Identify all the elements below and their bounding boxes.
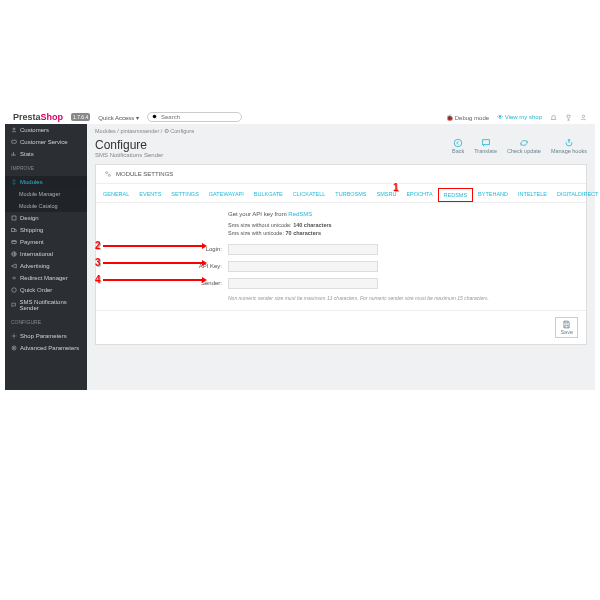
callout-1: 1: [393, 182, 399, 193]
debug-mode[interactable]: 🐞 Debug mode: [446, 114, 489, 121]
api-key-hint: Get your API key from RedSMS: [228, 211, 574, 217]
svg-line-1: [156, 118, 157, 119]
sidebar-section-configure: Configure: [5, 314, 87, 330]
search-icon: [152, 114, 158, 120]
sidebar-section-improve: Improve: [5, 160, 87, 176]
tabs: GENERAL EVENTS SETTINGS GATEWAYAPI BULKG…: [96, 184, 586, 203]
sidebar-redirect-manager[interactable]: Redirect Manager: [5, 272, 87, 284]
sidebar-design[interactable]: Design: [5, 212, 87, 224]
tab-events[interactable]: EVENTS: [134, 188, 166, 202]
svg-point-14: [454, 139, 462, 147]
tab-settings[interactable]: SETTINGS: [166, 188, 204, 202]
breadcrumb: Modules / pintasmssender / ⚙ Configure: [87, 124, 595, 138]
svg-point-11: [13, 335, 15, 337]
search-box[interactable]: [147, 112, 242, 122]
sidebar-shop-parameters[interactable]: Shop Parameters: [5, 330, 87, 342]
tab-redsms[interactable]: REDSMS: [438, 188, 474, 202]
search-input[interactable]: [161, 114, 231, 120]
callout-2: 2: [95, 240, 203, 251]
quick-access[interactable]: Quick Access ▾: [98, 114, 139, 121]
sidebar-quick-order[interactable]: Quick Order: [5, 284, 87, 296]
tab-general[interactable]: GENERAL: [98, 188, 134, 202]
tab-bulkgate[interactable]: BULKGATE: [249, 188, 288, 202]
svg-point-12: [13, 347, 15, 349]
sidebar-module-manager[interactable]: Module Manager: [5, 188, 87, 200]
top-bar: PrestaShop 1.7.6.4 Quick Access ▾ 🐞 Debu…: [5, 110, 595, 124]
svg-point-17: [106, 172, 108, 174]
tab-digitaldirect[interactable]: DIGITALDIRECT: [552, 188, 600, 202]
page-subtitle: SMS Notifications Sender: [95, 152, 163, 158]
callout-4: 4: [95, 274, 203, 285]
panel-header: MODULE SETTINGS: [96, 165, 586, 184]
svg-rect-6: [12, 229, 15, 232]
save-button[interactable]: Save: [555, 317, 578, 338]
tab-inteltele[interactable]: INTELTELE: [513, 188, 552, 202]
sms-limits: Sms size without unicode: 140 characters…: [228, 221, 574, 238]
callout-3: 3: [95, 257, 203, 268]
sidebar: Customers Customer Service Stats Improve…: [5, 124, 87, 390]
tab-turbosms[interactable]: TURBOSMS: [330, 188, 371, 202]
redsms-link[interactable]: RedSMS: [288, 211, 312, 217]
sidebar-advanced-parameters[interactable]: Advanced Parameters: [5, 342, 87, 354]
tab-bytehand[interactable]: BYTEHAND: [473, 188, 513, 202]
sidebar-payment[interactable]: Payment: [5, 236, 87, 248]
back-button[interactable]: Back: [452, 138, 464, 154]
svg-rect-4: [12, 140, 17, 143]
tab-clickatell[interactable]: CLICKATELL: [288, 188, 331, 202]
svg-rect-7: [12, 241, 17, 244]
svg-rect-15: [482, 140, 489, 145]
bell-icon[interactable]: [550, 114, 557, 121]
svg-point-16: [568, 139, 570, 141]
sidebar-international[interactable]: International: [5, 248, 87, 260]
sidebar-customers[interactable]: Customers: [5, 124, 87, 136]
svg-point-2: [582, 115, 584, 117]
login-input[interactable]: [228, 244, 378, 255]
sidebar-stats[interactable]: Stats: [5, 148, 87, 160]
svg-point-13: [12, 346, 16, 350]
check-update-button[interactable]: Check update: [507, 138, 541, 154]
svg-point-10: [12, 288, 17, 293]
tab-epochta[interactable]: EPOCHTA: [401, 188, 437, 202]
svg-point-18: [108, 174, 110, 176]
svg-point-0: [153, 115, 157, 119]
svg-rect-5: [12, 216, 16, 220]
module-settings-panel: MODULE SETTINGS GENERAL EVENTS SETTINGS …: [95, 164, 587, 345]
sender-input[interactable]: [228, 278, 378, 289]
apikey-input[interactable]: [228, 261, 378, 272]
translate-button[interactable]: Translate: [474, 138, 497, 154]
sidebar-shipping[interactable]: Shipping: [5, 224, 87, 236]
logo: PrestaShop: [13, 112, 63, 122]
version-badge: 1.7.6.4: [71, 113, 90, 121]
page-title: Configure: [95, 138, 163, 152]
sidebar-sms-notifications[interactable]: SMS Notifications Sender: [5, 296, 87, 314]
sidebar-modules[interactable]: Modules: [5, 176, 87, 188]
sender-note: Non numeric sender size must be maximum …: [228, 295, 574, 302]
sidebar-customer-service[interactable]: Customer Service: [5, 136, 87, 148]
avatar-icon[interactable]: [580, 114, 587, 121]
manage-hooks-button[interactable]: Manage hooks: [551, 138, 587, 154]
sidebar-advertising[interactable]: Advertising: [5, 260, 87, 272]
view-shop[interactable]: 👁 View my shop: [497, 114, 542, 120]
tab-gatewayapi[interactable]: GATEWAYAPI: [204, 188, 249, 202]
cogs-icon: [104, 170, 112, 178]
sidebar-module-catalog[interactable]: Module Catalog: [5, 200, 87, 212]
svg-point-3: [13, 128, 15, 130]
trophy-icon[interactable]: [565, 114, 572, 121]
